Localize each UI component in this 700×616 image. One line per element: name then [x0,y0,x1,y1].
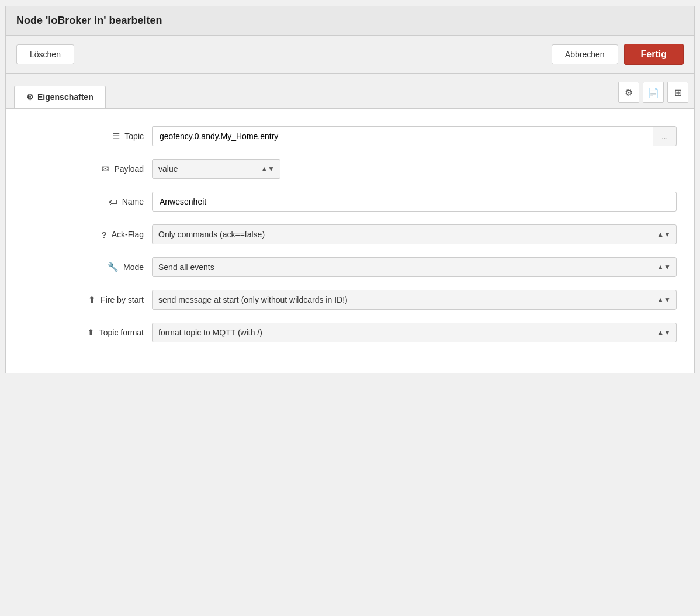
ack-row: ? Ack-Flag Only commands (ack==false) On… [23,224,677,244]
fire-icon: ⬆ [88,295,96,305]
topic-label: Topic [124,131,144,141]
topicfmt-row: ⬆ Topic format format topic to MQTT (wit… [23,323,677,342]
mode-select-wrapper: Send all events Send only changes Never … [152,257,677,277]
topicfmt-select-wrapper: format topic to MQTT (with /) keep nativ… [152,323,677,342]
topicfmt-label-container: ⬆ Topic format [23,327,152,338]
fire-label: Fire by start [101,295,144,304]
name-row: 🏷 Name [23,192,677,212]
ack-label-container: ? Ack-Flag [23,230,152,240]
fire-row: ⬆ Fire by start send message at start (o… [23,290,677,310]
payload-icon: ✉ [102,164,109,174]
topic-input[interactable] [152,126,653,146]
mode-select[interactable]: Send all events Send only changes Never … [152,257,677,277]
tab-properties-label: Eigenschaften [37,92,93,102]
document-icon: 📄 [647,87,659,98]
title-bar: Node 'ioBroker in' bearbeiten [6,6,694,36]
payload-label: Payload [114,164,144,174]
tab-properties[interactable]: ⚙ Eigenschaften [14,86,106,108]
cancel-button[interactable]: Abbrechen [552,44,618,64]
payload-field-value: value val ack ts lc q ▲▼ [152,159,677,179]
window-title: Node 'ioBroker in' bearbeiten [16,15,684,27]
done-button[interactable]: Fertig [624,44,684,65]
payload-select-wrapper: value val ack ts lc q ▲▼ [152,159,280,179]
topicfmt-select[interactable]: format topic to MQTT (with /) keep nativ… [152,323,677,342]
ack-select[interactable]: Only commands (ack==false) Only acknowle… [152,224,677,244]
name-icon: 🏷 [109,197,117,207]
mode-row: 🔧 Mode Send all events Send only changes… [23,257,677,277]
name-field-value [152,192,677,212]
ack-field-value: Only commands (ack==false) Only acknowle… [152,224,677,244]
name-label: Name [122,197,144,206]
topicfmt-icon: ⬆ [87,327,95,338]
fire-field-value: send message at start (only without wild… [152,290,677,310]
name-input[interactable] [152,192,677,212]
main-window: Node 'ioBroker in' bearbeiten Löschen Ab… [5,6,695,373]
delete-button[interactable]: Löschen [16,44,74,64]
name-label-container: 🏷 Name [23,197,152,207]
topicfmt-field-value: format topic to MQTT (with /) keep nativ… [152,323,677,342]
topic-row: ☰ Topic ... [23,126,677,146]
mode-label: Mode [123,262,144,272]
topic-field-value: ... [152,126,677,146]
settings-icon: ⚙ [26,92,34,102]
topic-icon: ☰ [112,131,120,141]
topic-label-container: ☰ Topic [23,131,152,141]
fire-select[interactable]: send message at start (only without wild… [152,290,677,310]
topic-browse-button[interactable]: ... [653,126,677,146]
doc-icon-btn[interactable]: 📄 [643,82,664,103]
fire-select-wrapper: send message at start (only without wild… [152,290,677,310]
payload-row: ✉ Payload value val ack ts lc q ▲▼ [23,159,677,179]
payload-label-container: ✉ Payload [23,164,152,174]
mode-label-container: 🔧 Mode [23,262,152,272]
payload-select[interactable]: value val ack ts lc q [152,159,280,179]
ack-icon: ? [102,230,107,240]
grid-icon: ⊞ [674,87,682,98]
toolbar: Löschen Abbrechen Fertig [6,36,694,74]
ack-select-wrapper: Only commands (ack==false) Only acknowle… [152,224,677,244]
topicfmt-label: Topic format [99,328,144,337]
properties-panel: ☰ Topic ... ✉ Payload value val [6,109,694,373]
mode-field-value: Send all events Send only changes Never … [152,257,677,277]
ack-label: Ack-Flag [112,230,144,239]
gear-icon: ⚙ [625,87,633,98]
fire-label-container: ⬆ Fire by start [23,295,152,305]
grid-icon-btn[interactable]: ⊞ [667,82,688,103]
mode-icon: 🔧 [108,262,119,272]
settings-icon-btn[interactable]: ⚙ [618,82,639,103]
